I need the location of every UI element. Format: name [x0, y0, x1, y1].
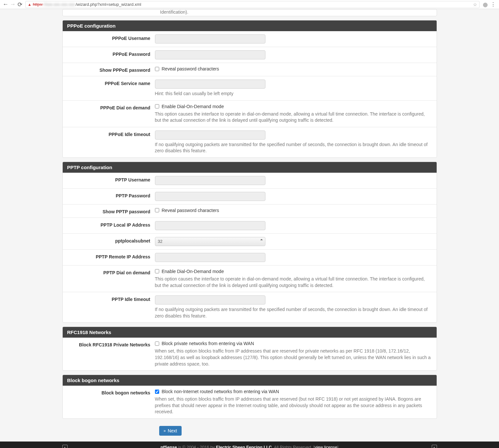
label-pptp-subnet: pptplocalsubnet — [67, 237, 155, 246]
header-bogon: Block bogon networks — [63, 375, 437, 386]
footer-brand: pfSense — [160, 445, 177, 448]
panel-pppoe: PPPoE configuration PPPoE Username PPPoE… — [62, 20, 437, 158]
panel-top: Identification). — [62, 9, 437, 16]
panel-pptp: PPTP configuration PPTP Username PPTP Pa… — [62, 162, 437, 323]
header-pptp: PPTP configuration — [63, 162, 437, 173]
header-rfc1918: RFC1918 Networks — [63, 327, 437, 338]
input-pppoe-service[interactable] — [155, 80, 265, 89]
footer-left-icon[interactable]: ▲ — [62, 445, 68, 448]
input-pptp-remoteip[interactable] — [155, 253, 265, 262]
row-pptp-showpass: Show PPTP password Reveal password chara… — [63, 204, 437, 218]
label-pptp-password: PPTP Password — [67, 192, 155, 201]
checkbox-pppoe-dod[interactable] — [155, 104, 159, 108]
input-pptp-password[interactable] — [155, 192, 265, 201]
next-button-label: Next — [168, 428, 177, 433]
header-pppoe: PPPoE configuration — [63, 20, 437, 31]
row-pptp-remoteip: PPTP Remote IP Address — [63, 249, 437, 265]
label-pptp-dod: PPTP Dial on demand — [67, 269, 155, 289]
row-pppoe-username: PPPoE Username — [63, 31, 437, 47]
label-pptp-localip: PPTP Local IP Address — [67, 221, 155, 230]
footer-right-icon[interactable]: ▲ — [432, 445, 437, 448]
view-license-link[interactable]: view license — [314, 445, 337, 448]
row-pptp-localip: PPTP Local IP Address — [63, 218, 437, 233]
input-pppoe-username[interactable] — [155, 34, 265, 44]
row-pptp-idle: PPTP Idle timeout If no qualifying outgo… — [63, 292, 437, 322]
input-pppoe-password[interactable] — [155, 50, 265, 59]
row-pppoe-dod: PPPoE Dial on demand Enable Dial-On-Dema… — [63, 100, 437, 127]
row-pptp-password: PPTP Password — [63, 188, 437, 204]
text-pppoe-dod: Enable Dial-On-Demand mode — [162, 104, 224, 109]
label-pptp-username: PPTP Username — [67, 176, 155, 185]
footer-text: pfSense is © 2004 - 2016 by Electric She… — [68, 445, 432, 448]
row-pppoe-idle: PPPoE Idle timeout If no qualifying outg… — [63, 127, 437, 157]
help-pppoe-idle: If no qualifying outgoing packets are tr… — [155, 142, 432, 154]
label-pptp-remoteip: PPTP Remote IP Address — [67, 253, 155, 262]
label-rfc1918: Block RFC1918 Private Networks — [67, 341, 155, 367]
text-pppoe-showpass: Reveal password characters — [162, 66, 219, 71]
label-bogon: Block bogon networks — [67, 389, 155, 415]
label-pptp-idle: PPTP Idle timeout — [67, 295, 155, 319]
row-rfc1918: Block RFC1918 Private Networks Block pri… — [63, 338, 437, 370]
text-pptp-showpass: Reveal password characters — [162, 208, 219, 213]
input-pppoe-idle[interactable] — [155, 131, 265, 140]
top-text: Identification). — [63, 9, 437, 16]
browser-menu-icon[interactable]: ⋮ — [491, 1, 496, 7]
back-button[interactable]: ← — [2, 1, 9, 8]
browser-toolbar: ← → ⟳ ▲ https: //xxx.xxx.xxx.xxx /wizard… — [0, 0, 499, 9]
help-bogon: When set, this option blocks traffic fro… — [155, 396, 432, 415]
reload-button[interactable]: ⟳ — [16, 1, 23, 8]
footer-company: Electric Sheep Fencing LLC — [216, 445, 272, 448]
label-pppoe-service: PPPoE Service name — [67, 80, 155, 97]
extension-icon[interactable]: ⬤ — [483, 2, 488, 7]
input-pptp-username[interactable] — [155, 176, 265, 185]
button-row: » Next — [62, 423, 437, 442]
url-scheme: https: — [33, 2, 43, 7]
checkbox-pptp-dod[interactable] — [155, 269, 159, 273]
row-pptp-username: PPTP Username — [63, 173, 437, 188]
label-pppoe-showpass: Show PPPoE password — [67, 66, 155, 73]
row-pptp-dod: PPTP Dial on demand Enable Dial-On-Deman… — [63, 265, 437, 292]
input-pptp-localip[interactable] — [155, 221, 265, 230]
help-pptp-idle: If no qualifying outgoing packets are tr… — [155, 306, 432, 319]
label-pppoe-username: PPPoE Username — [67, 34, 155, 44]
input-pptp-idle[interactable] — [155, 295, 265, 305]
chevron-right-icon: » — [164, 429, 166, 433]
checkbox-bogon[interactable] — [155, 390, 159, 394]
row-pppoe-showpass: Show PPPoE password Reveal password char… — [63, 63, 437, 76]
checkbox-pppoe-showpass[interactable] — [155, 67, 159, 71]
forward-button[interactable]: → — [9, 1, 16, 8]
text-bogon: Block non-Internet routed networks from … — [162, 389, 279, 394]
url-path: /wizard.php?xml=setup_wizard.xml — [76, 2, 141, 7]
url-host: //xxx.xxx.xxx.xxx — [44, 2, 75, 7]
hint-pppoe-service: Hint: this field can usually be left emp… — [155, 91, 432, 97]
label-pppoe-dod: PPPoE Dial on demand — [67, 104, 155, 124]
text-pptp-dod: Enable Dial-On-Demand mode — [162, 269, 224, 274]
bookmark-star-icon[interactable]: ☆ — [473, 2, 477, 7]
footer: ▲ pfSense is © 2004 - 2016 by Electric S… — [0, 442, 499, 448]
help-rfc1918: When set, this option blocks traffic fro… — [155, 348, 432, 367]
text-rfc1918: Block private networks from entering via… — [162, 341, 254, 346]
label-pppoe-idle: PPPoE Idle timeout — [67, 131, 155, 154]
row-pppoe-password: PPPoE Password — [63, 47, 437, 63]
next-button[interactable]: » Next — [159, 426, 182, 436]
select-pptp-subnet[interactable]: 32 — [155, 237, 265, 246]
checkbox-pptp-showpass[interactable] — [155, 208, 159, 212]
label-pppoe-password: PPPoE Password — [67, 50, 155, 59]
row-pppoe-service: PPPoE Service name Hint: this field can … — [63, 76, 437, 100]
row-pptp-subnet: pptplocalsubnet 32 — [63, 233, 437, 249]
insecure-icon: ▲ — [28, 2, 32, 7]
help-pptp-dod: This option causes the interface to oper… — [155, 276, 432, 289]
panel-rfc1918: RFC1918 Networks Block RFC1918 Private N… — [62, 327, 437, 371]
row-bogon: Block bogon networks Block non-Internet … — [63, 386, 437, 418]
panel-bogon: Block bogon networks Block bogon network… — [62, 375, 437, 419]
label-pptp-showpass: Show PPTP password — [67, 208, 155, 214]
address-bar[interactable]: ▲ https: //xxx.xxx.xxx.xxx /wizard.php?x… — [25, 1, 480, 8]
help-pppoe-dod: This option causes the interface to oper… — [155, 111, 432, 124]
checkbox-rfc1918[interactable] — [155, 342, 159, 346]
